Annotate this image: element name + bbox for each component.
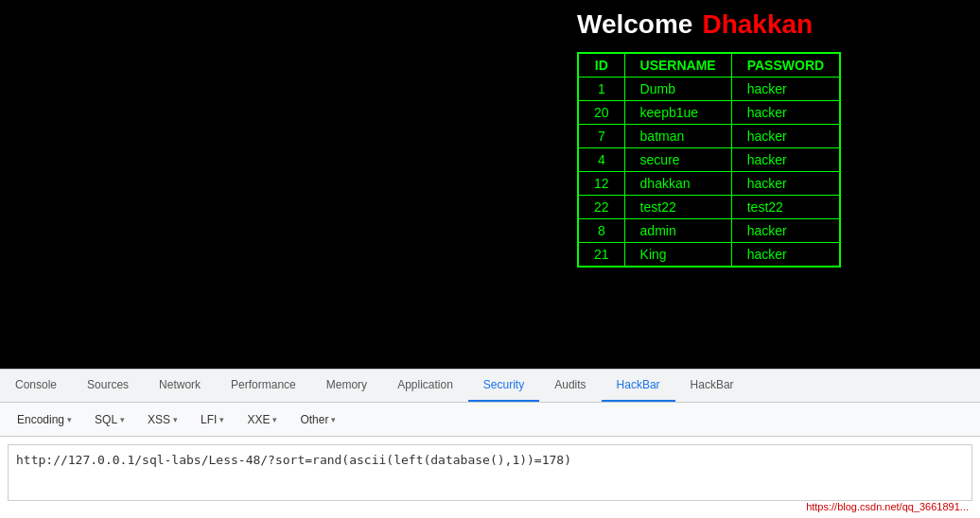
cell-password: hacker	[731, 219, 839, 243]
table-row: 8adminhacker	[579, 219, 840, 243]
other-label: Other	[300, 413, 328, 426]
table-row: 12dhakkanhacker	[579, 172, 840, 196]
main-content-area: Welcome Dhakkan ID USERNAME PASSWORD 1Du…	[0, 0, 980, 369]
cell-id: 22	[579, 196, 625, 219]
tab-network[interactable]: Network	[144, 370, 216, 402]
cell-id: 20	[579, 101, 625, 125]
lfi-arrow: ▾	[219, 415, 224, 424]
table-row: 21Kinghacker	[579, 243, 840, 267]
cell-username: dhakkan	[624, 172, 731, 196]
cell-password: test22	[731, 196, 839, 219]
toolbar-other[interactable]: Other ▾	[290, 410, 345, 429]
tab-application[interactable]: Application	[382, 370, 468, 402]
toolbar-encoding[interactable]: Encoding ▾	[8, 410, 81, 429]
cell-username: batman	[624, 125, 731, 148]
col-header-password: PASSWORD	[731, 54, 839, 78]
welcome-label: Welcome	[577, 9, 692, 40]
tab-performance[interactable]: Performance	[216, 370, 311, 402]
cell-password: hacker	[731, 243, 839, 267]
cell-id: 4	[579, 148, 625, 172]
cell-password: hacker	[731, 148, 839, 172]
url-area: https://blog.csdn.net/qq_3661891...	[0, 437, 980, 518]
cell-password: hacker	[731, 78, 839, 101]
table-row: 20keepb1uehacker	[579, 101, 840, 125]
tab-audits[interactable]: Audits	[539, 370, 601, 402]
cell-username: admin	[624, 219, 731, 243]
cell-password: hacker	[731, 125, 839, 148]
cell-id: 7	[579, 125, 625, 148]
table-row: 7batmanhacker	[579, 125, 840, 148]
xxe-arrow: ▾	[272, 415, 277, 424]
table-row: 4securehacker	[579, 148, 840, 172]
tab-console[interactable]: Console	[0, 370, 72, 402]
toolbar-xxe[interactable]: XXE ▾	[237, 410, 287, 429]
tab-hackbar[interactable]: HackBar	[675, 370, 749, 402]
table-row: 1Dumbhacker	[579, 78, 840, 101]
toolbar-sql[interactable]: SQL ▾	[85, 410, 134, 429]
cell-username: secure	[624, 148, 731, 172]
tab-hackbar-active[interactable]: HackBar	[602, 370, 675, 402]
data-table-wrapper: ID USERNAME PASSWORD 1Dumbhacker20keepb1…	[577, 52, 841, 268]
xss-arrow: ▾	[173, 415, 178, 424]
cell-id: 21	[579, 243, 625, 267]
welcome-area: Welcome Dhakkan	[577, 9, 813, 40]
cell-username: keepb1ue	[624, 101, 731, 125]
data-table: ID USERNAME PASSWORD 1Dumbhacker20keepb1…	[578, 53, 840, 267]
cell-id: 12	[579, 172, 625, 196]
tab-security[interactable]: Security	[468, 370, 539, 402]
cell-username: King	[624, 243, 731, 267]
welcome-name: Dhakkan	[702, 9, 813, 40]
toolbar-row: Encoding ▾ SQL ▾ XSS ▾ LFI ▾ XXE ▾ Other…	[0, 403, 980, 437]
sql-arrow: ▾	[120, 415, 125, 424]
devtools-tab-bar: Console Sources Network Performance Memo…	[0, 369, 980, 403]
cell-username: Dumb	[624, 78, 731, 101]
xxe-label: XXE	[247, 413, 270, 426]
other-arrow: ▾	[331, 415, 336, 424]
url-input[interactable]	[8, 444, 972, 501]
toolbar-lfi[interactable]: LFI ▾	[191, 410, 234, 429]
cell-id: 8	[579, 219, 625, 243]
table-row: 22test22test22	[579, 196, 840, 219]
watermark: https://blog.csdn.net/qq_3661891...	[806, 501, 969, 512]
toolbar-xss[interactable]: XSS ▾	[138, 410, 187, 429]
cell-password: hacker	[731, 172, 839, 196]
tab-memory[interactable]: Memory	[311, 370, 382, 402]
cell-password: hacker	[731, 101, 839, 125]
col-header-id: ID	[579, 54, 625, 78]
xss-label: XSS	[148, 413, 170, 426]
col-header-username: USERNAME	[624, 54, 731, 78]
lfi-label: LFI	[201, 413, 217, 426]
sql-label: SQL	[95, 413, 117, 426]
tab-sources[interactable]: Sources	[72, 370, 144, 402]
encoding-label: Encoding	[17, 413, 64, 426]
cell-username: test22	[624, 196, 731, 219]
encoding-arrow: ▾	[67, 415, 72, 424]
cell-id: 1	[579, 78, 625, 101]
